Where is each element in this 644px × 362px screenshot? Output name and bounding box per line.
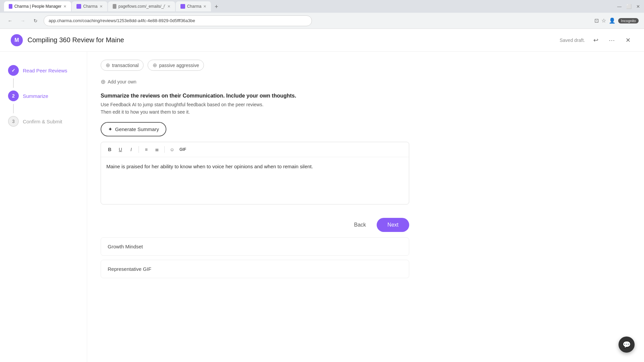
- toolbar-underline[interactable]: U: [116, 145, 125, 154]
- tab-close-4[interactable]: ✕: [203, 4, 206, 9]
- toolbar-italic[interactable]: I: [126, 145, 136, 154]
- tag-transactional[interactable]: ⊕ transactional: [101, 60, 144, 71]
- step-connector-1: [13, 78, 14, 88]
- browser-titlebar: Charma | People Management S... ✕ Charma…: [0, 0, 644, 13]
- chat-widget[interactable]: 💬: [619, 337, 635, 353]
- address-bar: ← → ↻ app.charma.com/coaching/reviews/12…: [0, 13, 644, 29]
- instruction-text: Summarize the reviews on their Communica…: [101, 93, 296, 99]
- tab-label-1: Charma | People Management S...: [14, 4, 61, 9]
- app-header: M Compiling 360 Review for Maine Saved d…: [0, 29, 644, 52]
- window-minimize[interactable]: —: [617, 4, 622, 9]
- toolbar-bold[interactable]: B: [105, 145, 114, 154]
- more-icon: ⋯: [609, 37, 615, 44]
- address-input[interactable]: app.charma.com/coaching/reviews/1253e8dd…: [44, 15, 312, 26]
- toolbar-bullet-list[interactable]: ≡: [142, 145, 151, 154]
- main-layout: ✓ Read Peer Reviews 2 Summarize 3: [0, 52, 644, 362]
- address-text: app.charma.com/coaching/reviews/1253e8dd…: [49, 18, 195, 23]
- section-sub: Use Feedback AI to jump start thoughtful…: [101, 101, 409, 116]
- growth-mindset-label: Growth Mindset: [108, 244, 143, 249]
- toolbar-ordered-list[interactable]: ≣: [152, 145, 162, 154]
- step-label-2: Summarize: [23, 93, 48, 99]
- tag-label-2: passive aggressive: [159, 63, 199, 68]
- step-item-2: 2 Summarize: [8, 88, 79, 104]
- history-icon: ↩: [593, 37, 598, 44]
- page-title: Compiling 360 Review for Maine: [28, 36, 124, 44]
- tab-favicon-4: [180, 4, 185, 9]
- tab-2[interactable]: Charma ✕: [72, 1, 107, 11]
- tab-label-4: Charma: [187, 4, 202, 9]
- window-close[interactable]: ✕: [636, 4, 640, 9]
- add-own-label: Add your own: [108, 79, 137, 84]
- add-own-icon: ⊕: [101, 78, 106, 85]
- editor-content: Maine is praised for her ability to know…: [106, 164, 313, 169]
- forward-nav-button[interactable]: →: [18, 16, 28, 25]
- step-circle-3: 3: [8, 116, 19, 127]
- window-maximize[interactable]: ⬜: [626, 4, 632, 9]
- tab-close-3[interactable]: ✕: [167, 4, 170, 9]
- app-container: M Compiling 360 Review for Maine Saved d…: [0, 29, 644, 362]
- tab-3[interactable]: pageflows.com/_emails/_/7fb5... ✕: [108, 1, 175, 11]
- tab-active[interactable]: Charma | People Management S... ✕: [4, 1, 71, 11]
- back-nav-button[interactable]: ←: [5, 16, 15, 25]
- editor-container: B U I ≡ ≣ ☺ GIF Maine is praised for her…: [101, 142, 409, 204]
- content-area: ⊕ transactional ⊕ passive aggressive ⊕ A…: [87, 52, 423, 362]
- representative-gif-section[interactable]: Representative GIF: [101, 260, 409, 278]
- sub-text-1: Use Feedback AI to jump start thoughtful…: [101, 102, 264, 107]
- toolbar-gif[interactable]: GIF: [178, 145, 187, 154]
- editor-toolbar: B U I ≡ ≣ ☺ GIF: [101, 142, 409, 157]
- next-button[interactable]: Next: [377, 218, 409, 232]
- address-icons: ⊡ ☆ 👤 Incognito: [594, 17, 639, 24]
- tab-label-2: Charma: [83, 4, 98, 9]
- history-button[interactable]: ↩: [590, 35, 601, 46]
- close-button[interactable]: ✕: [623, 35, 633, 46]
- add-own-button[interactable]: ⊕ Add your own: [101, 76, 409, 87]
- tab-close-1[interactable]: ✕: [63, 4, 66, 9]
- step-number-1: ✓: [11, 68, 15, 73]
- generate-icon: ✦: [108, 126, 112, 132]
- editor-body[interactable]: Maine is praised for her ability to know…: [101, 157, 409, 204]
- toolbar-emoji[interactable]: ☺: [167, 145, 177, 154]
- header-right: Saved draft. ↩ ⋯ ✕: [560, 35, 634, 46]
- tab-favicon-3: [113, 4, 116, 9]
- close-icon: ✕: [626, 37, 631, 44]
- window-controls: — ⬜ ✕: [617, 4, 640, 9]
- step-number-3: 3: [12, 119, 15, 124]
- step-label-1: Read Peer Reviews: [23, 68, 67, 73]
- more-options-button[interactable]: ⋯: [606, 35, 617, 46]
- logo-avatar: M: [11, 34, 23, 46]
- step-number-2: 2: [12, 93, 15, 99]
- bookmark-icon[interactable]: ☆: [601, 17, 606, 24]
- generate-summary-button[interactable]: ✦ Generate Summary: [101, 122, 166, 136]
- chat-icon: 💬: [623, 341, 631, 349]
- growth-mindset-section[interactable]: Growth Mindset: [101, 237, 409, 256]
- sidebar: ✓ Read Peer Reviews 2 Summarize 3: [0, 52, 87, 362]
- step-label-3: Confirm & Submit: [23, 119, 62, 124]
- tab-close-2[interactable]: ✕: [100, 4, 103, 9]
- cast-icon[interactable]: ⊡: [594, 17, 599, 24]
- step-connector-2: [13, 104, 14, 113]
- sub-text-2: Then edit it to how you want them to see…: [101, 109, 190, 115]
- tabs-bar: Charma | People Management S... ✕ Charma…: [4, 1, 221, 11]
- incognito-badge: Incognito: [618, 18, 639, 23]
- tab-favicon-2: [76, 4, 81, 9]
- tag-passive-aggressive[interactable]: ⊕ passive aggressive: [148, 60, 204, 71]
- toolbar-sep-1: [139, 146, 139, 153]
- toolbar-sep-2: [164, 146, 165, 153]
- back-button[interactable]: Back: [349, 219, 372, 231]
- section-instruction: Summarize the reviews on their Communica…: [101, 93, 409, 99]
- representative-gif-label: Representative GIF: [108, 266, 151, 272]
- tab-favicon-1: [9, 4, 12, 9]
- step-item-1: ✓ Read Peer Reviews: [8, 62, 79, 78]
- profile-icon[interactable]: 👤: [609, 17, 615, 24]
- browser-frame: Charma | People Management S... ✕ Charma…: [0, 0, 644, 362]
- new-tab-button[interactable]: +: [212, 2, 221, 11]
- tags-row: ⊕ transactional ⊕ passive aggressive: [101, 52, 409, 76]
- reload-button[interactable]: ↻: [31, 16, 40, 25]
- generate-label: Generate Summary: [115, 126, 159, 132]
- tag-label-1: transactional: [112, 63, 139, 68]
- saved-status: Saved draft.: [560, 38, 585, 43]
- tag-plus-icon-1: ⊕: [106, 62, 110, 68]
- step-circle-1: ✓: [8, 65, 19, 76]
- step-item-3: 3 Confirm & Submit: [8, 113, 79, 129]
- tab-4[interactable]: Charma ✕: [176, 1, 211, 11]
